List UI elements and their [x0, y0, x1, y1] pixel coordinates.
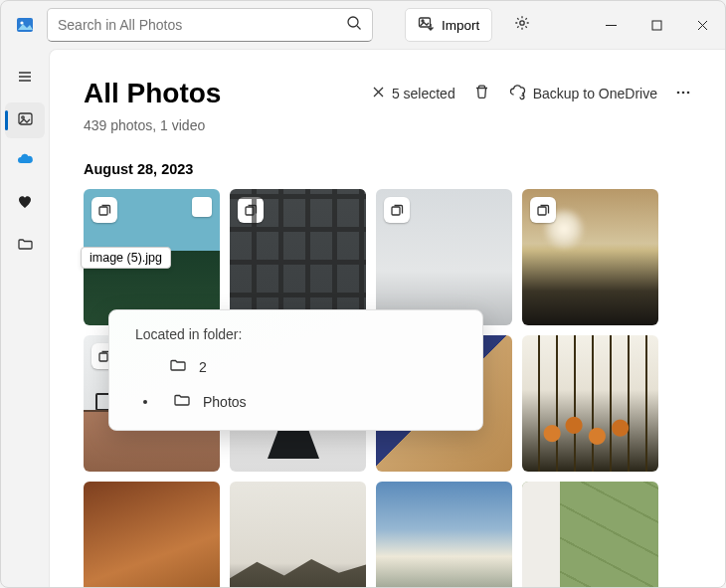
- sidebar-item-favorites[interactable]: [5, 186, 45, 222]
- filename-tooltip: image (5).jpg: [81, 247, 171, 269]
- svg-rect-12: [99, 207, 107, 215]
- cloud-sync-icon: [508, 83, 527, 104]
- minimize-button[interactable]: [588, 8, 634, 42]
- bullet-icon: [143, 400, 147, 404]
- photo-thumbnail[interactable]: [230, 482, 366, 587]
- search-icon[interactable]: [346, 15, 362, 35]
- flyout-folder-row[interactable]: Photos: [143, 391, 456, 412]
- photo-thumbnail[interactable]: [522, 335, 658, 472]
- svg-rect-13: [246, 207, 254, 215]
- titlebar: Import: [1, 1, 725, 49]
- svg-point-2: [348, 17, 358, 27]
- checkbox[interactable]: [192, 197, 212, 217]
- svg-point-4: [422, 20, 424, 22]
- ellipsis-icon: [675, 85, 691, 103]
- sidebar-item-folders[interactable]: [5, 228, 45, 264]
- backup-label: Backup to OneDrive: [533, 86, 657, 101]
- page-subtitle: 439 photos, 1 video: [84, 117, 691, 133]
- photo-thumbnail[interactable]: [376, 482, 512, 587]
- svg-rect-14: [392, 207, 400, 215]
- folder-name: 2: [199, 359, 207, 375]
- selected-label: 5 selected: [392, 86, 455, 101]
- date-group-header[interactable]: August 28, 2023: [84, 161, 691, 177]
- stack-icon[interactable]: [91, 197, 117, 223]
- svg-point-5: [520, 21, 524, 25]
- flyout-title: Located in folder:: [135, 326, 456, 342]
- photo-thumbnail[interactable]: [230, 189, 366, 325]
- location-flyout: Located in folder: 2 Photos: [108, 309, 483, 431]
- delete-button[interactable]: [473, 84, 490, 103]
- svg-point-11: [687, 91, 690, 94]
- stack-icon[interactable]: [530, 197, 556, 223]
- svg-rect-16: [99, 353, 107, 361]
- photo-thumbnail[interactable]: [522, 189, 658, 325]
- more-button[interactable]: [675, 85, 691, 103]
- maximize-button[interactable]: [634, 8, 679, 42]
- svg-rect-6: [652, 21, 661, 30]
- folder-icon: [169, 356, 187, 377]
- folder-name: Photos: [203, 394, 247, 410]
- stack-icon[interactable]: [384, 197, 410, 223]
- page-title: All Photos: [84, 78, 353, 109]
- svg-rect-15: [538, 207, 546, 215]
- folder-icon: [17, 236, 34, 257]
- app-icon: [11, 11, 39, 39]
- svg-point-9: [677, 91, 680, 94]
- clear-selection-button[interactable]: 5 selected: [371, 85, 455, 102]
- heart-icon: [17, 194, 33, 214]
- trash-icon: [473, 84, 490, 103]
- backup-button[interactable]: Backup to OneDrive: [508, 83, 657, 104]
- sidebar-item-all-photos[interactable]: [5, 102, 45, 138]
- search-box[interactable]: [47, 8, 373, 42]
- import-icon: [418, 15, 436, 36]
- import-button[interactable]: Import: [405, 8, 492, 42]
- folder-icon: [173, 391, 191, 412]
- search-input[interactable]: [58, 17, 346, 33]
- close-icon: [371, 85, 386, 102]
- photo-thumbnail[interactable]: [84, 482, 220, 587]
- photo-thumbnail[interactable]: [522, 482, 658, 587]
- flyout-folder-row[interactable]: 2: [169, 356, 456, 377]
- sidebar-item-menu[interactable]: [5, 61, 45, 97]
- sidebar: [1, 49, 49, 587]
- photo-thumbnail[interactable]: [376, 189, 512, 325]
- svg-point-10: [682, 91, 685, 94]
- menu-icon: [17, 69, 33, 89]
- close-button[interactable]: [679, 8, 725, 42]
- sidebar-item-onedrive[interactable]: [5, 144, 45, 180]
- stack-icon[interactable]: [238, 197, 264, 223]
- settings-button[interactable]: [504, 8, 540, 42]
- cloud-icon: [16, 151, 34, 173]
- svg-point-8: [21, 115, 23, 117]
- gallery-icon: [17, 110, 34, 131]
- import-label: Import: [442, 18, 479, 33]
- window-controls: [588, 8, 725, 42]
- gear-icon: [513, 14, 531, 36]
- page-header: All Photos 5 selected Backup to OneDrive: [84, 78, 691, 109]
